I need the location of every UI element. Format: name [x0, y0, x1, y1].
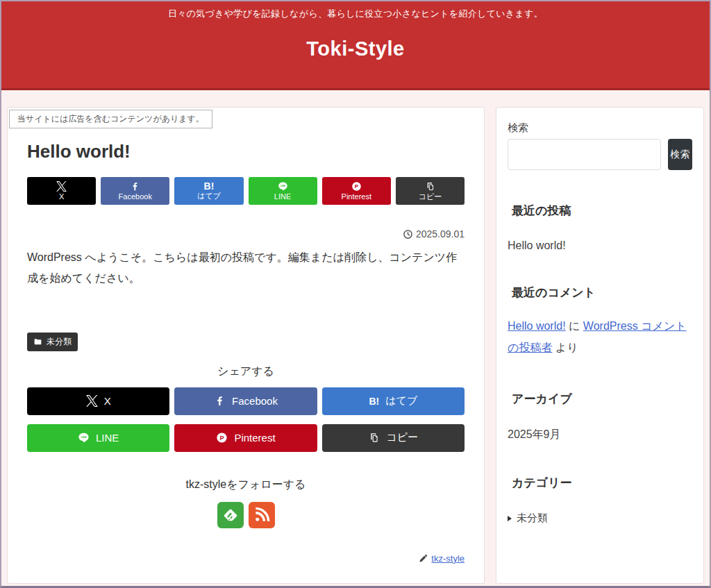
share-button-label: X [104, 395, 111, 407]
comment-post-link[interactable]: Hello world! [508, 320, 566, 332]
line-bubble-icon: LINE [278, 181, 288, 192]
share-button-x[interactable]: X [27, 177, 96, 205]
comment-suffix-text: より [552, 342, 578, 353]
facebook-f-icon [214, 395, 226, 407]
post-title: Hello world! [27, 141, 465, 162]
share-button-facebook[interactable]: Facebook [101, 177, 169, 205]
share-button-line[interactable]: LINELINE [27, 424, 169, 452]
rss-icon[interactable] [249, 502, 275, 528]
svg-text:P: P [220, 435, 224, 442]
pencil-icon [419, 553, 428, 563]
categories-heading: カテゴリー [512, 475, 692, 491]
share-button-label: コピー [419, 192, 442, 201]
search-label: 検索 [508, 121, 692, 135]
recent-comment-item: Hello world! に WordPress コメントの投稿者 より [508, 315, 692, 358]
post-body-text: WordPress へようこそ。こちらは最初の投稿です。編集または削除し、コンテ… [27, 247, 465, 289]
category-badge[interactable]: 未分類 [27, 333, 78, 351]
share-button-pinterest[interactable]: PPinterest [174, 424, 317, 452]
recent-posts-heading: 最近の投稿 [512, 203, 692, 219]
copy-pages-icon [368, 432, 380, 444]
search-input[interactable] [508, 139, 661, 170]
ad-disclosure-notice: 当サイトには広告を含むコンテンツがあります。 [9, 110, 212, 128]
share-button-label: Facebook [119, 192, 152, 201]
site-tagline: 日々の気づきや学びを記録しながら、暮らしに役立つ小さなヒントを紹介していきます。 [1, 1, 710, 20]
share-button-line[interactable]: LINELINE [249, 177, 317, 205]
post-date: 2025.09.01 [416, 228, 465, 240]
share-button-label: Pinterest [342, 192, 371, 201]
archive-heading: アーカイブ [512, 391, 692, 407]
pinterest-p-icon: P [216, 432, 228, 444]
clock-icon [403, 229, 413, 240]
site-title[interactable]: Toki-Style [1, 37, 710, 60]
pinterest-p-icon: P [351, 181, 362, 192]
share-button-label: LINE [96, 432, 119, 444]
category-item[interactable]: 未分類 [508, 512, 692, 525]
share-button-label: Facebook [232, 395, 278, 407]
page-body: 当サイトには広告を含むコンテンツがあります。 Hello world! XFac… [1, 90, 710, 584]
x-logo-icon [56, 181, 67, 192]
triangle-bullet-icon [508, 516, 512, 521]
follow-heading: tkz-styleをフォローする [27, 478, 465, 492]
comment-middle-text: に [566, 320, 583, 332]
feedly-icon[interactable] [217, 502, 244, 528]
search-form: 検索 [508, 139, 692, 170]
copy-pages-icon [425, 181, 435, 192]
share-grid-large: XFacebookB!はてブLINELINEPPinterestコピー [27, 387, 465, 452]
folder-icon [33, 337, 42, 346]
recent-post-item[interactable]: Hello world! [508, 240, 692, 252]
author-row: tkz-style [27, 553, 465, 564]
share-button-hatena[interactable]: B!はてブ [322, 387, 465, 415]
share-button-hatena[interactable]: B!はてブ [174, 177, 243, 205]
share-row-small: XFacebookB!はてブLINELINEPPinterestコピー [27, 177, 465, 205]
share-button-copy[interactable]: コピー [322, 424, 465, 452]
share-heading: シェアする [27, 364, 465, 379]
share-button-label: コピー [386, 431, 418, 444]
hatena-b-icon: B! [369, 396, 379, 406]
x-logo-icon [86, 395, 98, 407]
post-date-row: 2025.09.01 [27, 228, 465, 240]
recent-comments-heading: 最近のコメント [512, 285, 692, 301]
facebook-f-icon [130, 181, 140, 192]
category-item-label: 未分類 [517, 512, 548, 525]
share-button-label: X [59, 192, 64, 201]
follow-icons-row [27, 502, 465, 528]
share-button-copy[interactable]: コピー [396, 177, 465, 205]
category-badge-label: 未分類 [47, 336, 72, 348]
svg-text:LINE: LINE [281, 185, 285, 187]
share-button-label: はてブ [197, 192, 221, 200]
hatena-b-icon: B! [204, 181, 215, 191]
share-button-x[interactable]: X [27, 387, 169, 415]
search-button[interactable]: 検索 [668, 139, 692, 170]
share-button-facebook[interactable]: Facebook [174, 387, 317, 415]
share-button-label: はてブ [385, 394, 417, 408]
sidebar: 検索 検索 最近の投稿 Hello world! 最近のコメント Hello w… [496, 107, 704, 584]
svg-text:LINE: LINE [81, 436, 87, 439]
author-link[interactable]: tkz-style [431, 553, 465, 564]
main-content-card: 当サイトには広告を含むコンテンツがあります。 Hello world! XFac… [7, 107, 485, 584]
share-button-label: Pinterest [234, 432, 275, 444]
share-button-pinterest[interactable]: PPinterest [322, 177, 391, 205]
share-button-label: LINE [274, 192, 291, 201]
archive-item[interactable]: 2025年9月 [508, 428, 692, 442]
line-bubble-icon: LINE [78, 432, 90, 444]
svg-text:P: P [355, 183, 359, 190]
page-root: 日々の気づきや学びを記録しながら、暮らしに役立つ小さなヒントを紹介していきます。… [0, 0, 711, 588]
site-header: 日々の気づきや学びを記録しながら、暮らしに役立つ小さなヒントを紹介していきます。… [1, 1, 710, 90]
